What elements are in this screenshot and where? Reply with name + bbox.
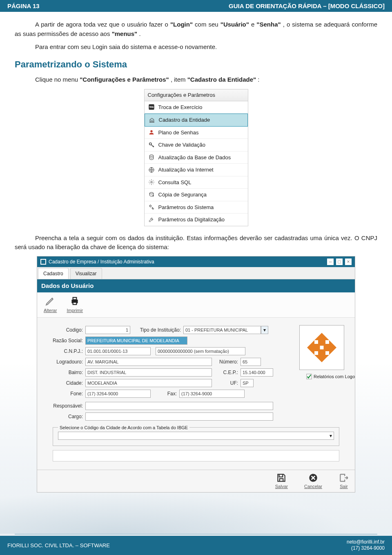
cep-field[interactable] <box>241 368 273 377</box>
guide-title: GUIA DE ORIENTAÇÃO RÁPIDA – [MODO CLÁSSI… <box>229 2 385 9</box>
menu-item-plano-senhas[interactable]: Plano de Senhas <box>145 127 248 139</box>
menu-item-label: Atualização da Base de Dados <box>158 154 231 162</box>
gear-icon <box>148 178 155 186</box>
tab-cadastro[interactable]: Cadastro <box>38 268 69 279</box>
window-icon <box>40 259 46 265</box>
svg-point-1 <box>150 130 152 132</box>
footer-email: neto@fiorilli.inf.br <box>347 539 385 545</box>
menu-item-label: Parâmetros do Sistema <box>158 203 214 212</box>
imprimir-button[interactable]: Imprimir <box>67 296 83 314</box>
section-header: Dados do Usuário <box>37 279 355 293</box>
menu-item-troca-exercicio[interactable]: Troca de Exercício <box>145 101 248 114</box>
sair-button[interactable]: Sair <box>339 473 349 490</box>
close-icon[interactable]: × <box>345 259 352 265</box>
label-responsavel: Responsável: <box>45 402 85 410</box>
text-bold: "Senha" <box>256 21 281 28</box>
page-header: PÁGINA 13 GUIA DE ORIENTAÇÃO RÁPIDA – [M… <box>0 0 392 12</box>
codigo-field[interactable] <box>85 326 130 334</box>
label-fax: Fax: <box>151 390 179 397</box>
tipo-field[interactable] <box>183 326 261 334</box>
menu-item-copia-seguranca[interactable]: Cópia de Segurança <box>145 189 248 201</box>
backup-icon <box>148 191 155 198</box>
menu-item-label: Cópia de Segurança <box>158 191 207 199</box>
label-cnpj: C.N.P.J.: <box>45 348 85 355</box>
label-razao: Razão Social: <box>45 337 85 344</box>
paragraph-1: A partir de agora toda vez que o usuário… <box>15 20 377 38</box>
tab-visualizar[interactable]: Visualizar <box>70 268 102 279</box>
checkbox-label: Relatórios com Logo <box>314 373 355 380</box>
window-titlebar: Cadastro de Empresa / Instituição Admini… <box>37 256 355 267</box>
menu-item-consulta-sql[interactable]: Consulta SQL <box>145 176 248 189</box>
window-bottom-bar: Salvar Cancelar Sair <box>37 470 355 493</box>
text: : <box>258 76 259 83</box>
text-bold: "Login" <box>170 21 193 28</box>
text: A partir de agora toda vez que o usuário… <box>35 21 170 28</box>
text: . <box>139 30 140 37</box>
menu-item-parametros-sistema[interactable]: Parâmetros do Sistema <box>145 201 248 214</box>
menu-item-cadastro-entidade[interactable]: Cadastro da Entidade <box>145 114 248 127</box>
menu-item-label: Chave de Validação <box>158 141 205 149</box>
form-area: Relatórios com Logo Codigo: Tipo de Inst… <box>37 318 355 470</box>
menu-header: Configurações e Parâmetros <box>145 89 248 101</box>
menu-item-label: Atualização via Internet <box>158 166 214 174</box>
document-body: A partir de agora toda vez que o usuário… <box>0 12 392 493</box>
responsavel-field[interactable] <box>85 402 273 410</box>
menu-item-label: Plano de Senhas <box>158 129 199 137</box>
svg-rect-9 <box>73 297 77 299</box>
cnpj-field[interactable] <box>85 347 151 355</box>
bairro-field[interactable] <box>85 368 212 377</box>
cidade-field[interactable] <box>85 379 212 387</box>
swap-icon <box>148 103 155 111</box>
label-codigo: Codigo: <box>45 326 85 334</box>
footer-contact: neto@fiorilli.inf.br (17) 3264-9000 <box>347 539 385 552</box>
menu-item-label: Consulta SQL <box>158 178 192 187</box>
text-bold: "Configurações e Parâmetros" <box>80 76 169 83</box>
text: com seu <box>195 21 220 28</box>
razao-field[interactable] <box>85 337 187 345</box>
label-numero: Número: <box>212 358 241 366</box>
relatorios-logo-checkbox[interactable]: Relatórios com Logo <box>306 373 355 380</box>
logradouro-field[interactable] <box>85 358 212 366</box>
uf-field[interactable] <box>241 379 254 387</box>
cancel-icon <box>308 473 318 483</box>
chevron-down-icon: ▾ <box>330 432 332 439</box>
maximize-icon[interactable]: □ <box>336 259 343 265</box>
menu-item-atualizacao-internet[interactable]: Atualização via Internet <box>145 164 248 176</box>
printer-icon <box>69 296 80 306</box>
cargo-field[interactable] <box>85 412 273 421</box>
cadastro-window: Cadastro de Empresa / Instituição Admini… <box>37 256 355 493</box>
menu-item-atualizacao-base[interactable]: Atualização da Base de Dados <box>145 152 248 164</box>
text: , item <box>171 76 187 83</box>
ibge-legend: Selecione o Código da Cidade de Acordo c… <box>58 424 189 431</box>
label-tipo: Tipo de Instituição: <box>130 326 183 334</box>
label-cargo: Cargo: <box>45 413 85 420</box>
cnpj-raw-field[interactable] <box>156 347 245 355</box>
button-label: Cancelar <box>304 483 322 490</box>
menu-item-chave-validacao[interactable]: Chave de Validação <box>145 139 248 152</box>
menu-item-parametros-digitalizacao[interactable]: Parâmetros da Digitalização <box>145 214 248 226</box>
database-icon <box>148 154 155 161</box>
cancelar-button[interactable]: Cancelar <box>304 473 322 490</box>
salvar-button[interactable]: Salvar <box>275 473 288 490</box>
user-icon <box>148 129 155 136</box>
exit-icon <box>339 473 349 483</box>
pencil-icon <box>45 296 56 306</box>
alterar-button[interactable]: Alterar <box>44 296 57 314</box>
toolbar: Alterar Imprimir <box>37 292 355 318</box>
fax-field[interactable] <box>179 390 245 398</box>
text-bold: "Usuário" <box>220 21 249 28</box>
page-footer: FIORILLI SOC. CIVIL LTDA. – SOFTWARE net… <box>0 536 392 555</box>
minimize-icon[interactable]: – <box>327 259 334 265</box>
building-icon <box>148 116 156 124</box>
ibge-select[interactable]: ▾ <box>58 432 334 440</box>
paragraph-2: Para entrar com seu Login saia do sistem… <box>15 42 377 52</box>
numero-field[interactable] <box>241 358 261 366</box>
fone-field[interactable] <box>85 390 151 398</box>
button-label: Salvar <box>275 483 288 490</box>
key-icon <box>148 141 155 149</box>
button-label: Alterar <box>44 307 57 314</box>
menu-item-label: Troca de Exercício <box>158 103 203 111</box>
dropdown-icon[interactable]: ▾ <box>261 326 268 334</box>
page-number: PÁGINA 13 <box>7 2 40 9</box>
menu-item-label: Parâmetros da Digitalização <box>158 216 225 224</box>
